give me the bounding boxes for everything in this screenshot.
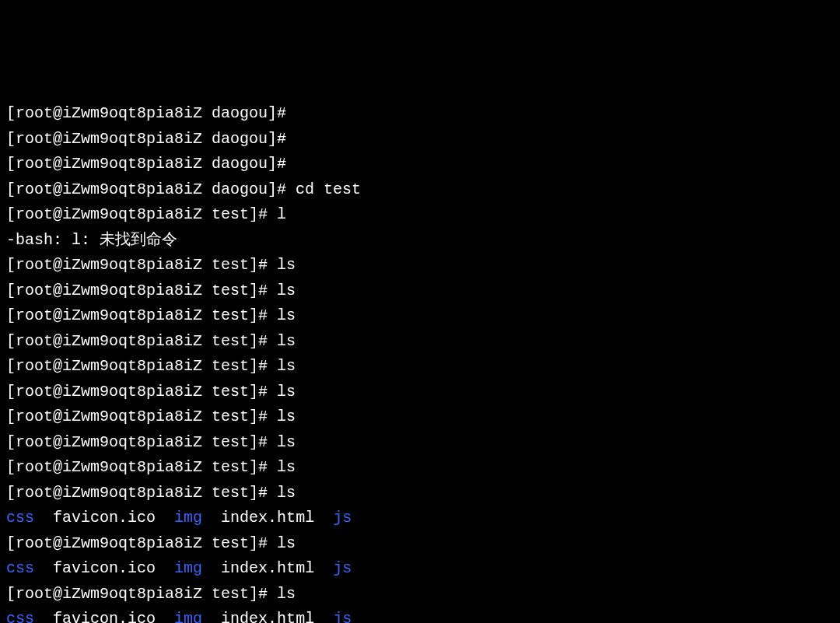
directory-entry: img <box>174 509 202 527</box>
file-entry: index.html <box>221 509 314 527</box>
directory-entry: css <box>6 559 34 577</box>
command-text: ls <box>277 585 296 603</box>
file-entry: favicon.ico <box>53 610 156 623</box>
ls-output-line: css favicon.ico img index.html js <box>6 556 840 582</box>
prompt-line: [root@iZwm9oqt8pia8iZ test]# ls <box>6 278 840 304</box>
terminal-output[interactable]: [root@iZwm9oqt8pia8iZ daogou]# [root@iZw… <box>0 101 840 623</box>
prompt-line: [root@iZwm9oqt8pia8iZ test]# ls <box>6 404 840 430</box>
prompt-line: [root@iZwm9oqt8pia8iZ test]# ls <box>6 329 840 355</box>
command-text: cd test <box>296 180 361 198</box>
ls-output-line: css favicon.ico img index.html js <box>6 607 840 623</box>
shell-prompt: [root@iZwm9oqt8pia8iZ test]# <box>6 282 277 299</box>
prompt-line: [root@iZwm9oqt8pia8iZ test]# ls <box>6 354 840 380</box>
file-entry: index.html <box>221 610 314 623</box>
shell-prompt: [root@iZwm9oqt8pia8iZ test]# <box>6 383 277 401</box>
shell-prompt: [root@iZwm9oqt8pia8iZ test]# <box>6 458 277 476</box>
shell-prompt: [root@iZwm9oqt8pia8iZ test]# <box>6 408 277 425</box>
directory-entry: js <box>333 559 352 577</box>
prompt-line: [root@iZwm9oqt8pia8iZ daogou]# <box>6 101 840 127</box>
prompt-line: [root@iZwm9oqt8pia8iZ test]# ls <box>6 253 840 278</box>
error-line: -bash: l: 未找到命令 <box>6 228 840 254</box>
directory-entry: css <box>6 509 34 527</box>
shell-prompt: [root@iZwm9oqt8pia8iZ test]# <box>6 332 277 350</box>
command-text: ls <box>277 256 296 274</box>
directory-entry: js <box>333 610 352 623</box>
command-text: ls <box>277 484 296 502</box>
ls-output-line: css favicon.ico img index.html js <box>6 506 840 531</box>
command-text: ls <box>277 433 296 451</box>
prompt-line: [root@iZwm9oqt8pia8iZ daogou]# <box>6 127 840 152</box>
shell-prompt: [root@iZwm9oqt8pia8iZ test]# <box>6 534 277 552</box>
command-text: ls <box>277 408 296 425</box>
file-entry: favicon.ico <box>53 559 156 577</box>
command-text: ls <box>277 458 296 476</box>
shell-prompt: [root@iZwm9oqt8pia8iZ test]# <box>6 256 277 274</box>
prompt-line: [root@iZwm9oqt8pia8iZ test]# l <box>6 202 840 228</box>
prompt-line: [root@iZwm9oqt8pia8iZ test]# ls <box>6 430 840 456</box>
command-text: l <box>277 205 286 223</box>
prompt-line: [root@iZwm9oqt8pia8iZ test]# ls <box>6 380 840 405</box>
shell-prompt: [root@iZwm9oqt8pia8iZ test]# <box>6 585 277 603</box>
shell-prompt: [root@iZwm9oqt8pia8iZ test]# <box>6 306 277 324</box>
file-entry: favicon.ico <box>53 509 156 527</box>
command-text: ls <box>277 357 296 375</box>
directory-entry: js <box>333 509 352 527</box>
command-text: ls <box>277 332 296 350</box>
prompt-line: [root@iZwm9oqt8pia8iZ test]# ls <box>6 531 840 557</box>
shell-prompt: [root@iZwm9oqt8pia8iZ daogou]# <box>6 180 296 198</box>
shell-prompt: [root@iZwm9oqt8pia8iZ daogou]# <box>6 130 296 148</box>
command-text: ls <box>277 383 296 401</box>
directory-entry: css <box>6 610 34 623</box>
directory-entry: img <box>174 559 202 577</box>
command-text: ls <box>277 534 296 552</box>
shell-prompt: [root@iZwm9oqt8pia8iZ test]# <box>6 433 277 451</box>
command-text: ls <box>277 306 296 324</box>
directory-entry: img <box>174 610 202 623</box>
prompt-line: [root@iZwm9oqt8pia8iZ test]# ls <box>6 455 840 481</box>
shell-prompt: [root@iZwm9oqt8pia8iZ daogou]# <box>6 104 296 122</box>
prompt-line: [root@iZwm9oqt8pia8iZ test]# ls <box>6 582 840 607</box>
prompt-line: [root@iZwm9oqt8pia8iZ daogou]# <box>6 152 840 177</box>
shell-prompt: [root@iZwm9oqt8pia8iZ test]# <box>6 484 277 502</box>
shell-prompt: [root@iZwm9oqt8pia8iZ test]# <box>6 205 277 223</box>
shell-prompt: [root@iZwm9oqt8pia8iZ test]# <box>6 357 277 375</box>
file-entry: index.html <box>221 559 314 577</box>
prompt-line: [root@iZwm9oqt8pia8iZ test]# ls <box>6 481 840 506</box>
prompt-line: [root@iZwm9oqt8pia8iZ daogou]# cd test <box>6 177 840 203</box>
command-text: ls <box>277 282 296 299</box>
prompt-line: [root@iZwm9oqt8pia8iZ test]# ls <box>6 303 840 329</box>
shell-prompt: [root@iZwm9oqt8pia8iZ daogou]# <box>6 155 296 173</box>
